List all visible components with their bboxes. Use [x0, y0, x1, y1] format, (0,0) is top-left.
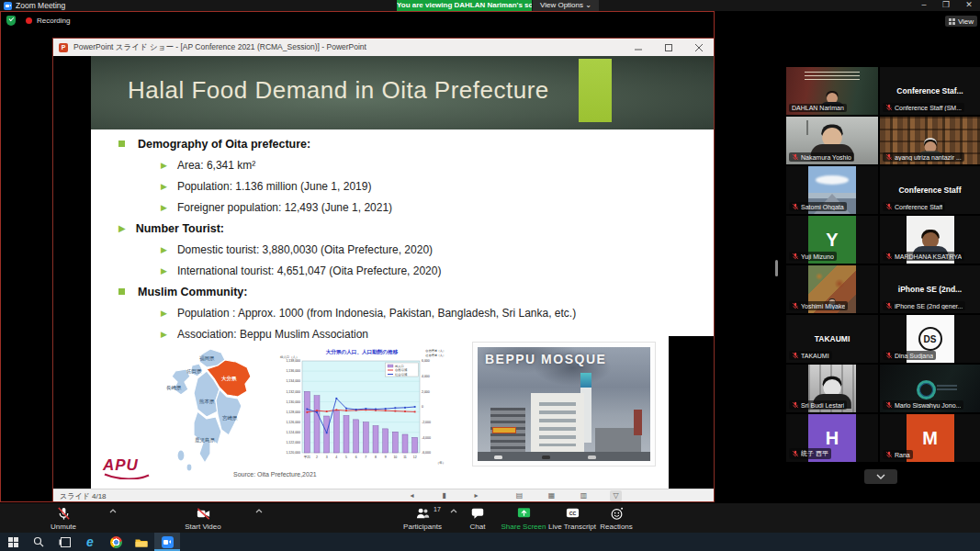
participant-tile[interactable]: Conference Staf...Conference Staff (SM..… — [880, 67, 980, 115]
muted-mic-icon — [792, 203, 799, 210]
pen-tool-icon[interactable]: ▮ — [438, 490, 450, 501]
participant-display-name: Conference Staff — [898, 186, 961, 195]
internet-explorer-button[interactable]: e — [77, 533, 103, 551]
cc-icon: CC — [565, 506, 580, 521]
share-screen-button[interactable]: Share Screen — [496, 504, 551, 532]
participant-tile[interactable]: Marlo Siswahyu Jono... — [880, 365, 980, 412]
maximize-button[interactable]: ❐ — [936, 0, 956, 11]
participant-name-label: Dina Sudjana — [883, 351, 936, 360]
participant-tile[interactable]: Satomi Ohgata — [786, 166, 878, 214]
map-label: 熊本県 — [199, 399, 215, 405]
car — [494, 455, 502, 459]
participant-tile[interactable]: DAHLAN Nariman — [786, 67, 878, 115]
close-button[interactable]: ✕ — [959, 0, 979, 11]
ppt-status-bar: スライド 4/18 ◂ ▮ ▸ ▤ ▦ ▥ ▽ — [53, 489, 714, 501]
slideshow-view-icon[interactable]: ▽ — [610, 490, 622, 501]
slide-sub-bullet: ▶Foreigner population: 12,493 (June 1, 2… — [91, 197, 679, 218]
svg-text:1,122,000: 1,122,000 — [286, 441, 300, 444]
start-video-button[interactable]: Start Video — [175, 504, 231, 532]
participant-tile[interactable]: Sri Budi Lestari — [786, 365, 878, 412]
car — [588, 455, 596, 459]
chat-icon — [470, 506, 485, 521]
task-view-icon — [59, 537, 71, 547]
participant-monogram: H — [826, 428, 839, 449]
chat-button[interactable]: Chat — [459, 504, 496, 532]
ppt-minimize-button[interactable] — [623, 39, 653, 56]
svg-text:6: 6 — [355, 455, 357, 459]
participants-button[interactable]: 17 Participants — [397, 504, 448, 532]
participant-display-name: TAKAUMI — [815, 334, 850, 343]
svg-text:4,000: 4,000 — [422, 375, 430, 378]
search-button[interactable] — [26, 533, 51, 551]
file-explorer-button[interactable] — [129, 533, 154, 551]
unmute-button[interactable]: Unmute — [37, 504, 90, 532]
zoom-icon — [162, 536, 174, 548]
participants-caret[interactable] — [450, 509, 457, 513]
participant-tile[interactable]: MRana — [880, 414, 980, 462]
video-options-caret[interactable] — [255, 509, 263, 513]
participant-name: Marlo Siswahyu Jono... — [895, 402, 961, 409]
view-options-button[interactable]: View Options ⌄ — [533, 0, 599, 11]
normal-view-icon[interactable]: ▤ — [513, 490, 525, 501]
live-transcript-button[interactable]: CC Live Transcript — [544, 504, 601, 532]
svg-text:10: 10 — [393, 455, 397, 459]
participant-tile[interactable]: MARDHANA KSATRYA — [880, 216, 980, 264]
participant-name: MARDHANA KSATRYA — [895, 253, 962, 260]
participant-tile[interactable]: Yoshimi Miyake — [786, 265, 878, 313]
svg-text:1,124,000: 1,124,000 — [286, 431, 300, 434]
participant-name: Satomi Ohgata — [801, 204, 844, 210]
participant-tile[interactable]: Nakamura Yoshio — [786, 117, 878, 164]
more-participants-button[interactable] — [864, 469, 897, 484]
task-view-button[interactable] — [51, 533, 77, 551]
svg-text:社会増減: 社会増減 — [395, 373, 408, 377]
participant-tile[interactable]: DSDina Sudjana — [880, 315, 980, 363]
smiley-icon — [609, 506, 625, 521]
kyushu-map: 福岡県 佐賀県 長崎県 大分県 熊本県 宮崎県 鹿児島県 — [164, 345, 276, 478]
powerpoint-window-title: PowerPoint スライド ショー - [AP Conference 202… — [73, 42, 366, 53]
participant-tile[interactable]: iPhone SE (2nd...iPhone SE (2nd gener... — [880, 265, 980, 313]
participant-tile[interactable]: Conference StaffConference Staff — [880, 166, 980, 214]
svg-text:1,134,000: 1,134,000 — [286, 379, 300, 383]
powerpoint-titlebar[interactable]: P PowerPoint スライド ショー - [AP Conference 2… — [53, 39, 714, 56]
gallery-scrollbar[interactable] — [775, 260, 778, 276]
gallery-view-button[interactable]: View — [945, 16, 977, 27]
participant-tile[interactable]: YYuji Mizuno — [786, 216, 878, 264]
participant-tile[interactable]: TAKAUMITAKAUMI — [786, 315, 878, 363]
participant-tile[interactable]: H統子 西平 — [786, 414, 878, 462]
next-slide-icon[interactable]: ▸ — [470, 490, 482, 501]
slide-bullet: Muslim Community: — [91, 281, 679, 302]
muted-mic-icon — [885, 203, 893, 210]
map-label: 福岡県 — [199, 355, 215, 362]
ppt-close-button[interactable] — [683, 39, 714, 56]
slide-sub-bullet: ▶Domestic tourist: 3,880,0030 (Oita Pref… — [91, 239, 679, 260]
participant-name-label: Yuji Mizuno — [789, 252, 837, 261]
reading-view-icon[interactable]: ▥ — [578, 490, 590, 501]
security-shield-icon[interactable] — [6, 16, 16, 26]
participant-name-label: TAKAUMI — [789, 351, 832, 360]
chrome-button[interactable] — [103, 533, 129, 551]
svg-text:1,136,000: 1,136,000 — [286, 369, 300, 373]
muted-mic-icon — [792, 253, 799, 260]
participants-count-badge: 17 — [434, 506, 441, 512]
start-button[interactable] — [0, 533, 26, 551]
building-sign — [492, 427, 516, 433]
prev-slide-icon[interactable]: ◂ — [406, 490, 418, 501]
reactions-button[interactable]: Reactions — [595, 504, 637, 532]
ppt-maximize-button[interactable] — [653, 39, 683, 56]
muted-mic-icon — [885, 401, 893, 409]
participant-tile[interactable]: ayang utriza nantazir ... — [880, 117, 980, 164]
share-screen-icon — [516, 506, 532, 521]
participant-name: Sri Budi Lestari — [801, 402, 844, 409]
svg-text:11: 11 — [403, 455, 407, 459]
minimize-button[interactable]: – — [914, 0, 934, 11]
mic-options-caret[interactable] — [109, 509, 117, 513]
zoom-taskbar-button[interactable] — [154, 533, 180, 551]
participant-name-label: Marlo Siswahyu Jono... — [883, 400, 963, 410]
grid-view-icon — [949, 18, 955, 25]
svg-text:2: 2 — [316, 455, 318, 459]
mic-muted-icon — [56, 506, 72, 522]
muted-mic-icon — [792, 450, 799, 457]
folder-icon — [135, 537, 148, 547]
slide-sorter-icon[interactable]: ▦ — [546, 490, 558, 501]
chrome-icon — [110, 536, 122, 548]
